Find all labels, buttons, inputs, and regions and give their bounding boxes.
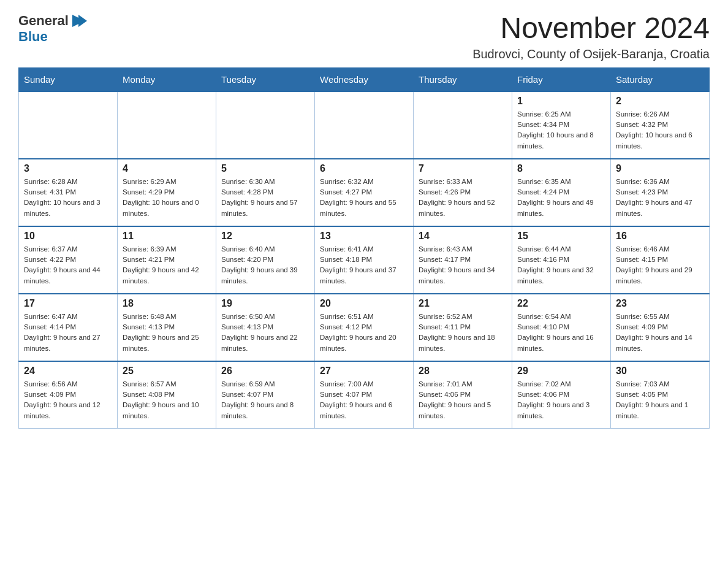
day-number: 16 xyxy=(616,231,704,242)
calendar-cell: 29Sunrise: 7:02 AM Sunset: 4:06 PM Dayli… xyxy=(512,361,611,429)
day-number: 26 xyxy=(221,366,309,377)
day-info: Sunrise: 6:51 AM Sunset: 4:12 PM Dayligh… xyxy=(320,312,408,354)
day-info: Sunrise: 6:55 AM Sunset: 4:09 PM Dayligh… xyxy=(616,312,704,354)
day-info: Sunrise: 6:36 AM Sunset: 4:23 PM Dayligh… xyxy=(616,177,704,219)
calendar-table: SundayMondayTuesdayWednesdayThursdayFrid… xyxy=(18,67,710,429)
day-info: Sunrise: 6:52 AM Sunset: 4:11 PM Dayligh… xyxy=(419,312,507,354)
calendar-cell: 8Sunrise: 6:35 AM Sunset: 4:24 PM Daylig… xyxy=(512,159,611,226)
day-info: Sunrise: 6:37 AM Sunset: 4:22 PM Dayligh… xyxy=(24,244,112,286)
location-title: Budrovci, County of Osijek-Baranja, Croa… xyxy=(472,47,710,61)
page-header: General Blue November 2024 Budrovci, Cou… xyxy=(18,12,710,61)
weekday-header-wednesday: Wednesday xyxy=(315,67,414,91)
day-number: 18 xyxy=(123,298,211,309)
calendar-cell: 23Sunrise: 6:55 AM Sunset: 4:09 PM Dayli… xyxy=(611,294,710,361)
week-row-4: 17Sunrise: 6:47 AM Sunset: 4:14 PM Dayli… xyxy=(19,294,710,361)
day-number: 19 xyxy=(221,298,309,309)
logo-general: General xyxy=(18,13,69,28)
calendar-cell: 10Sunrise: 6:37 AM Sunset: 4:22 PM Dayli… xyxy=(19,226,118,294)
calendar-cell xyxy=(315,91,414,159)
calendar-cell: 20Sunrise: 6:51 AM Sunset: 4:12 PM Dayli… xyxy=(315,294,414,361)
logo-blue: Blue xyxy=(18,29,48,44)
weekday-header-monday: Monday xyxy=(118,67,216,91)
day-number: 29 xyxy=(517,366,605,377)
calendar-cell: 14Sunrise: 6:43 AM Sunset: 4:17 PM Dayli… xyxy=(414,226,512,294)
calendar-cell xyxy=(118,91,216,159)
day-info: Sunrise: 6:47 AM Sunset: 4:14 PM Dayligh… xyxy=(24,312,112,354)
calendar-cell: 24Sunrise: 6:56 AM Sunset: 4:09 PM Dayli… xyxy=(19,361,118,429)
calendar-cell xyxy=(19,91,118,159)
day-info: Sunrise: 6:29 AM Sunset: 4:29 PM Dayligh… xyxy=(123,177,211,219)
day-number: 7 xyxy=(419,163,507,174)
day-number: 27 xyxy=(320,366,408,377)
day-info: Sunrise: 7:02 AM Sunset: 4:06 PM Dayligh… xyxy=(517,379,605,421)
day-number: 8 xyxy=(517,163,605,174)
day-info: Sunrise: 6:26 AM Sunset: 4:32 PM Dayligh… xyxy=(616,109,704,151)
day-number: 6 xyxy=(320,163,408,174)
calendar-cell: 13Sunrise: 6:41 AM Sunset: 4:18 PM Dayli… xyxy=(315,226,414,294)
calendar-cell: 17Sunrise: 6:47 AM Sunset: 4:14 PM Dayli… xyxy=(19,294,118,361)
calendar-cell: 16Sunrise: 6:46 AM Sunset: 4:15 PM Dayli… xyxy=(611,226,710,294)
day-info: Sunrise: 6:46 AM Sunset: 4:15 PM Dayligh… xyxy=(616,244,704,286)
day-info: Sunrise: 6:28 AM Sunset: 4:31 PM Dayligh… xyxy=(24,177,112,219)
calendar-cell: 7Sunrise: 6:33 AM Sunset: 4:26 PM Daylig… xyxy=(414,159,512,226)
logo: General Blue xyxy=(18,12,87,44)
calendar-cell: 3Sunrise: 6:28 AM Sunset: 4:31 PM Daylig… xyxy=(19,159,118,226)
week-row-2: 3Sunrise: 6:28 AM Sunset: 4:31 PM Daylig… xyxy=(19,159,710,226)
day-info: Sunrise: 6:39 AM Sunset: 4:21 PM Dayligh… xyxy=(123,244,211,286)
calendar-cell xyxy=(414,91,512,159)
week-row-1: 1Sunrise: 6:25 AM Sunset: 4:34 PM Daylig… xyxy=(19,91,710,159)
day-info: Sunrise: 6:59 AM Sunset: 4:07 PM Dayligh… xyxy=(221,379,309,421)
day-info: Sunrise: 6:43 AM Sunset: 4:17 PM Dayligh… xyxy=(419,244,507,286)
day-number: 14 xyxy=(419,231,507,242)
day-info: Sunrise: 6:57 AM Sunset: 4:08 PM Dayligh… xyxy=(123,379,211,421)
day-number: 21 xyxy=(419,298,507,309)
logo-arrow-icon xyxy=(70,12,87,29)
day-number: 24 xyxy=(24,366,112,377)
calendar-cell: 21Sunrise: 6:52 AM Sunset: 4:11 PM Dayli… xyxy=(414,294,512,361)
calendar-cell: 11Sunrise: 6:39 AM Sunset: 4:21 PM Dayli… xyxy=(118,226,216,294)
svg-marker-1 xyxy=(78,15,87,27)
calendar-cell: 27Sunrise: 7:00 AM Sunset: 4:07 PM Dayli… xyxy=(315,361,414,429)
day-number: 30 xyxy=(616,366,704,377)
day-info: Sunrise: 6:50 AM Sunset: 4:13 PM Dayligh… xyxy=(221,312,309,354)
calendar-cell: 15Sunrise: 6:44 AM Sunset: 4:16 PM Dayli… xyxy=(512,226,611,294)
day-number: 23 xyxy=(616,298,704,309)
day-number: 10 xyxy=(24,231,112,242)
day-number: 25 xyxy=(123,366,211,377)
calendar-cell: 22Sunrise: 6:54 AM Sunset: 4:10 PM Dayli… xyxy=(512,294,611,361)
day-number: 13 xyxy=(320,231,408,242)
calendar-cell: 5Sunrise: 6:30 AM Sunset: 4:28 PM Daylig… xyxy=(216,159,315,226)
day-number: 9 xyxy=(616,163,704,174)
day-number: 12 xyxy=(221,231,309,242)
week-row-3: 10Sunrise: 6:37 AM Sunset: 4:22 PM Dayli… xyxy=(19,226,710,294)
day-info: Sunrise: 6:48 AM Sunset: 4:13 PM Dayligh… xyxy=(123,312,211,354)
day-info: Sunrise: 7:03 AM Sunset: 4:05 PM Dayligh… xyxy=(616,379,704,421)
day-info: Sunrise: 6:32 AM Sunset: 4:27 PM Dayligh… xyxy=(320,177,408,219)
day-number: 2 xyxy=(616,96,704,107)
day-number: 3 xyxy=(24,163,112,174)
day-number: 1 xyxy=(517,96,605,107)
weekday-header-tuesday: Tuesday xyxy=(216,67,315,91)
day-number: 22 xyxy=(517,298,605,309)
day-number: 17 xyxy=(24,298,112,309)
day-info: Sunrise: 6:33 AM Sunset: 4:26 PM Dayligh… xyxy=(419,177,507,219)
day-info: Sunrise: 6:25 AM Sunset: 4:34 PM Dayligh… xyxy=(517,109,605,151)
week-row-5: 24Sunrise: 6:56 AM Sunset: 4:09 PM Dayli… xyxy=(19,361,710,429)
calendar-cell: 19Sunrise: 6:50 AM Sunset: 4:13 PM Dayli… xyxy=(216,294,315,361)
day-info: Sunrise: 6:30 AM Sunset: 4:28 PM Dayligh… xyxy=(221,177,309,219)
weekday-header-thursday: Thursday xyxy=(414,67,512,91)
calendar-cell: 25Sunrise: 6:57 AM Sunset: 4:08 PM Dayli… xyxy=(118,361,216,429)
day-number: 15 xyxy=(517,231,605,242)
day-info: Sunrise: 6:44 AM Sunset: 4:16 PM Dayligh… xyxy=(517,244,605,286)
calendar-cell xyxy=(216,91,315,159)
calendar-cell: 28Sunrise: 7:01 AM Sunset: 4:06 PM Dayli… xyxy=(414,361,512,429)
weekday-header-friday: Friday xyxy=(512,67,611,91)
calendar-cell: 6Sunrise: 6:32 AM Sunset: 4:27 PM Daylig… xyxy=(315,159,414,226)
weekday-header-saturday: Saturday xyxy=(611,67,710,91)
day-info: Sunrise: 7:00 AM Sunset: 4:07 PM Dayligh… xyxy=(320,379,408,421)
month-title: November 2024 xyxy=(472,12,710,45)
calendar-cell: 4Sunrise: 6:29 AM Sunset: 4:29 PM Daylig… xyxy=(118,159,216,226)
calendar-cell: 12Sunrise: 6:40 AM Sunset: 4:20 PM Dayli… xyxy=(216,226,315,294)
day-info: Sunrise: 6:40 AM Sunset: 4:20 PM Dayligh… xyxy=(221,244,309,286)
day-number: 4 xyxy=(123,163,211,174)
